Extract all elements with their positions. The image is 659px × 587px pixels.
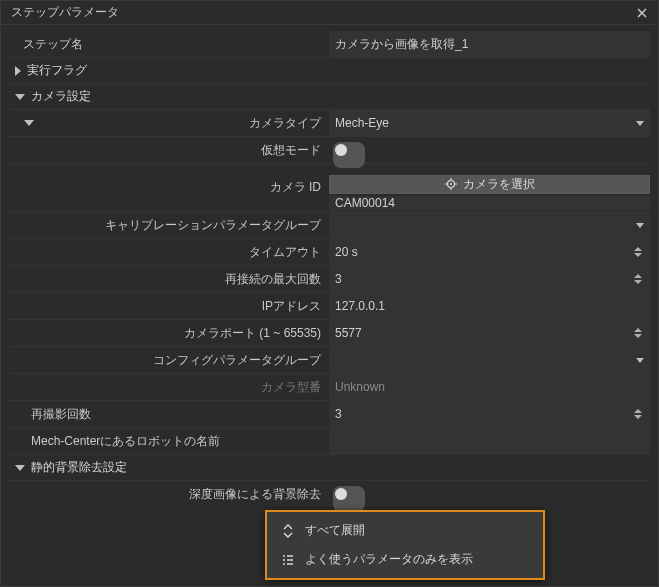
chevron-down-icon	[636, 358, 644, 363]
titlebar: ステップパラメータ	[1, 1, 658, 25]
row-robot-name: Mech-Centerにあるロボットの名前	[9, 428, 650, 455]
camera-select-label: カメラを選択	[463, 176, 535, 193]
static-bg-label: 静的背景除去設定	[31, 459, 127, 476]
camera-id-input[interactable]	[329, 196, 650, 210]
row-model: カメラ型番 Unknown	[9, 374, 650, 401]
row-depth-removal: 深度画像による背景除去	[9, 481, 650, 507]
depth-removal-toggle[interactable]	[333, 486, 365, 512]
exec-flag-label: 実行フラグ	[27, 62, 87, 79]
chevron-down-icon	[636, 121, 644, 126]
config-group-label: コンフィグパラメータグループ	[153, 352, 321, 369]
row-config-group: コンフィグパラメータグループ	[9, 347, 650, 374]
calib-group-combo[interactable]	[329, 212, 650, 238]
expand-icon	[281, 524, 295, 538]
reshoot-spin[interactable]: 3	[329, 401, 650, 427]
model-label: カメラ型番	[261, 379, 321, 396]
menu-show-common[interactable]: よく使うパラメータのみを表示	[267, 545, 543, 574]
target-icon	[445, 178, 457, 190]
depth-removal-label: 深度画像による背景除去	[189, 486, 321, 503]
section-static-bg[interactable]: 静的背景除去設定	[9, 455, 650, 481]
reshoot-value: 3	[335, 407, 342, 421]
port-spin[interactable]: 5577	[329, 320, 650, 346]
panel-title: ステップパラメータ	[11, 4, 119, 21]
step-name-input[interactable]	[329, 31, 650, 57]
row-camera-id: カメラ ID カメラを選択	[9, 164, 650, 212]
menu-expand-all[interactable]: すべて展開	[267, 516, 543, 545]
row-reconnect: 再接続の最大回数 3	[9, 266, 650, 293]
robot-name-input[interactable]	[329, 428, 650, 454]
virtual-mode-toggle[interactable]	[333, 142, 365, 168]
svg-point-1	[450, 183, 452, 185]
camera-type-label: カメラタイプ	[49, 115, 321, 132]
camera-select-button[interactable]: カメラを選択	[329, 175, 650, 194]
row-reshoot: 再撮影回数 3	[9, 401, 650, 428]
chevron-down-icon	[636, 223, 644, 228]
calib-group-label: キャリブレーションパラメータグループ	[105, 217, 321, 234]
row-calib-group: キャリブレーションパラメータグループ	[9, 212, 650, 239]
port-label: カメラポート (1 ~ 65535)	[184, 325, 321, 342]
row-ip: IPアドレス	[9, 293, 650, 320]
virtual-mode-label: 仮想モード	[261, 142, 321, 159]
chevron-down-icon	[15, 465, 25, 471]
port-value: 5577	[335, 326, 362, 340]
chevron-right-icon	[15, 66, 21, 76]
reconnect-label: 再接続の最大回数	[225, 271, 321, 288]
menu-show-common-label: よく使うパラメータのみを表示	[305, 551, 473, 568]
row-port: カメラポート (1 ~ 65535) 5577	[9, 320, 650, 347]
section-exec-flag[interactable]: 実行フラグ	[9, 58, 650, 84]
reconnect-spin[interactable]: 3	[329, 266, 650, 292]
ip-label: IPアドレス	[262, 298, 321, 315]
camera-id-label: カメラ ID	[270, 179, 321, 196]
timeout-value: 20 s	[335, 245, 358, 259]
menu-expand-all-label: すべて展開	[305, 522, 365, 539]
camera-settings-label: カメラ設定	[31, 88, 91, 105]
close-icon[interactable]	[634, 5, 650, 21]
reconnect-value: 3	[335, 272, 342, 286]
section-camera-settings[interactable]: カメラ設定	[9, 84, 650, 110]
reshoot-label: 再撮影回数	[31, 406, 91, 423]
camera-type-combo[interactable]: Mech-Eye	[329, 110, 650, 136]
camera-type-value: Mech-Eye	[335, 116, 389, 130]
row-step-name: ステップ名	[9, 31, 650, 58]
row-timeout: タイムアウト 20 s	[9, 239, 650, 266]
chevron-down-icon[interactable]	[24, 120, 34, 126]
step-name-label: ステップ名	[9, 36, 83, 53]
model-value: Unknown	[329, 374, 650, 400]
timeout-spin[interactable]: 20 s	[329, 239, 650, 265]
row-camera-type: カメラタイプ Mech-Eye	[9, 110, 650, 137]
chevron-down-icon	[15, 94, 25, 100]
list-icon	[281, 553, 295, 567]
timeout-label: タイムアウト	[249, 244, 321, 261]
robot-name-label: Mech-Centerにあるロボットの名前	[31, 433, 220, 450]
context-menu: すべて展開 よく使うパラメータのみを表示	[265, 510, 545, 580]
config-group-combo[interactable]	[329, 347, 650, 373]
ip-input[interactable]	[329, 293, 650, 319]
row-virtual-mode: 仮想モード	[9, 137, 650, 164]
